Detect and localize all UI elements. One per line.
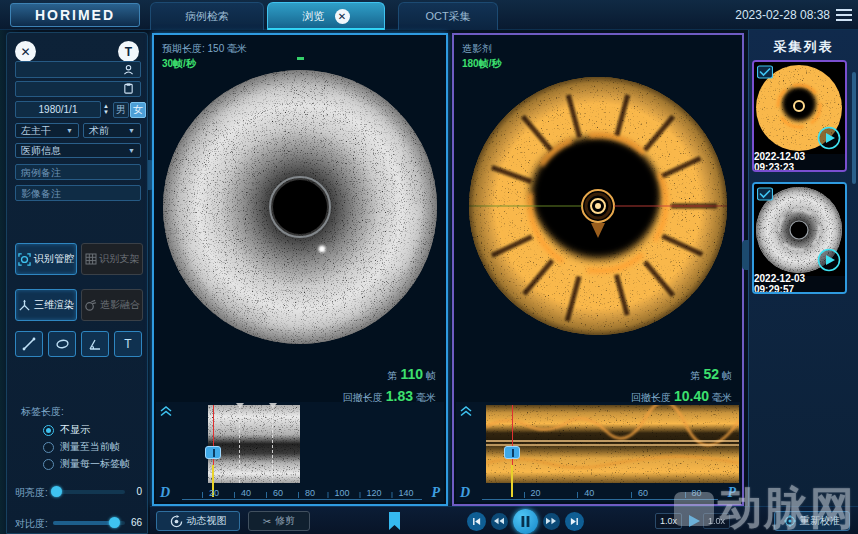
birthdate-input[interactable] — [15, 101, 101, 118]
fast-forward-button[interactable] — [543, 513, 560, 530]
tab-label: OCT采集 — [425, 9, 470, 24]
ivus-cross-section-image[interactable] — [162, 69, 438, 345]
oct-cross-section-image[interactable] — [467, 75, 729, 337]
frame-label: 第 — [690, 370, 700, 381]
tool-line-button[interactable] — [15, 331, 43, 357]
image-note-input[interactable] — [15, 185, 141, 201]
identify-lumen-label: 识别管腔 — [34, 252, 74, 266]
ivus-ruler: 20406080100120140 — [182, 486, 422, 500]
tab-label: 浏览 — [303, 9, 325, 24]
ivus-longitudinal-image[interactable] — [208, 405, 300, 483]
acquisition-list-panel: 采集列表 2022-12-03 09:23:23 — [748, 30, 858, 506]
chevron-down-icon: ▼ — [66, 127, 73, 134]
doctor-select[interactable]: 医师信息▼ — [15, 143, 141, 158]
frame-slider-grip[interactable] — [205, 446, 221, 459]
render-3d-button[interactable]: 三维渲染 — [15, 289, 77, 321]
play-icon[interactable] — [817, 126, 841, 150]
acquisition-timestamp: 2022-12-03 09:29:57 — [754, 276, 845, 292]
top-bar: HORIMED 病例检索 浏览 ✕ OCT采集 2023-02-28 08:38 — [0, 0, 858, 30]
tool-text-button[interactable]: T — [114, 331, 142, 357]
expand-up-icon[interactable] — [159, 405, 173, 417]
skip-start-button[interactable] — [467, 512, 486, 531]
ruler-tick: 100 — [334, 488, 349, 498]
ivus-speed-button[interactable]: 1.0x — [655, 513, 682, 529]
tab-browse[interactable]: 浏览 ✕ — [267, 2, 385, 30]
tool-angle-button[interactable] — [81, 331, 109, 357]
ellipse-tool-icon — [55, 338, 70, 350]
gender-male-label: 男 — [116, 103, 126, 117]
stent-grid-icon — [85, 253, 97, 265]
frame-unit: 帧 — [426, 370, 436, 381]
brightness-label: 明亮度: — [15, 486, 48, 500]
angio-fusion-button[interactable]: 造影融合 — [81, 289, 143, 321]
person-icon — [123, 64, 134, 75]
recalibrate-label: 重新校准 — [800, 514, 840, 528]
ivus-info: 预期长度: 150 毫米 30帧/秒 — [162, 41, 247, 71]
ivus-length-info: 预期长度: 150 毫米 — [162, 41, 247, 56]
line-tool-icon — [22, 337, 36, 351]
date-spinner[interactable]: ▲▼ — [103, 103, 109, 115]
ruler-tick: 60 — [638, 488, 648, 498]
acquisition-item-ivus[interactable]: 2022-12-03 09:29:57 — [752, 182, 847, 294]
gender-male-button[interactable]: 男 — [113, 102, 129, 118]
bookmark-marker-line[interactable] — [272, 405, 273, 483]
brightness-slider[interactable] — [53, 490, 125, 494]
acquisition-item-oct[interactable]: 2022-12-03 09:23:23 — [752, 60, 847, 172]
identify-lumen-button[interactable]: 识别管腔 — [15, 243, 77, 275]
frame-slider-grip[interactable] — [504, 446, 520, 459]
radio-option-none[interactable]: 不显示 — [43, 423, 90, 437]
contrast-value: 66 — [131, 517, 142, 528]
radio-icon — [43, 442, 54, 453]
saved-badge-icon — [757, 65, 773, 79]
play-icon[interactable] — [817, 248, 841, 272]
acquisition-scrollbar[interactable] — [852, 72, 856, 184]
phase-select[interactable]: 术前▼ — [83, 123, 141, 138]
radio-option-every-label[interactable]: 测量每一标签帧 — [43, 457, 130, 471]
oct-longitudinal-image[interactable] — [486, 405, 739, 483]
tab-case-search[interactable]: 病例检索 — [150, 2, 264, 30]
playback-controls — [395, 507, 655, 534]
acquisition-collapse-handle[interactable] — [742, 240, 748, 270]
hamburger-menu-icon[interactable] — [836, 9, 852, 21]
trim-button[interactable]: ✂ 修剪 — [248, 511, 310, 531]
frame-number: 110 — [400, 366, 423, 382]
ruler-tick: 80 — [692, 488, 702, 498]
frame-label: 第 — [387, 370, 397, 381]
ruler-tick: 60 — [273, 488, 283, 498]
text-tool-label: T — [124, 337, 131, 351]
oct-speed-button[interactable]: 1.0x — [703, 513, 730, 529]
tab-label: 病例检索 — [185, 9, 229, 24]
close-icon[interactable]: ✕ — [15, 41, 36, 62]
phase-value: 术前 — [89, 124, 109, 138]
identify-stent-button[interactable]: 识别支架 — [81, 243, 143, 275]
proximal-label: P — [431, 485, 440, 501]
ruler-tick: 40 — [241, 488, 251, 498]
rewind-button[interactable] — [491, 513, 508, 530]
oct-contrast-info: 造影剂 — [462, 41, 501, 56]
ivus-longitudinal-strip: D P 20406080100120140 — [156, 402, 444, 502]
brightness-thumb[interactable] — [51, 486, 62, 497]
vessel-value: 左主干 — [21, 124, 51, 138]
gender-female-label: 女 — [133, 103, 143, 117]
dynamic-view-button[interactable]: 动态视图 — [156, 511, 240, 531]
vessel-select[interactable]: 左主干▼ — [15, 123, 79, 138]
contrast-slider[interactable] — [53, 521, 125, 525]
dynamic-view-label: 动态视图 — [187, 514, 227, 528]
recalibrate-button[interactable]: 重新校准 — [774, 511, 850, 531]
export-icon[interactable]: T — [118, 41, 139, 62]
skip-end-button[interactable] — [565, 512, 584, 531]
speed-play-icon[interactable] — [687, 514, 701, 528]
tool-ellipse-button[interactable] — [48, 331, 76, 357]
radio-option-current-frame[interactable]: 测量至当前帧 — [43, 440, 120, 454]
tab-close-icon[interactable]: ✕ — [335, 9, 350, 24]
tab-oct-acquire[interactable]: OCT采集 — [398, 2, 498, 30]
ruler-tick: 40 — [584, 488, 594, 498]
pause-button[interactable] — [513, 509, 538, 534]
bottom-toolbar: 动态视图 ✂ 修剪 1.0x — [150, 506, 858, 534]
bookmark-marker-line[interactable] — [239, 405, 240, 483]
contrast-thumb[interactable] — [109, 517, 120, 528]
gender-female-button[interactable]: 女 — [130, 102, 146, 118]
expand-up-icon[interactable] — [459, 405, 473, 417]
case-note-input[interactable] — [15, 164, 141, 180]
radio-icon — [43, 459, 54, 470]
